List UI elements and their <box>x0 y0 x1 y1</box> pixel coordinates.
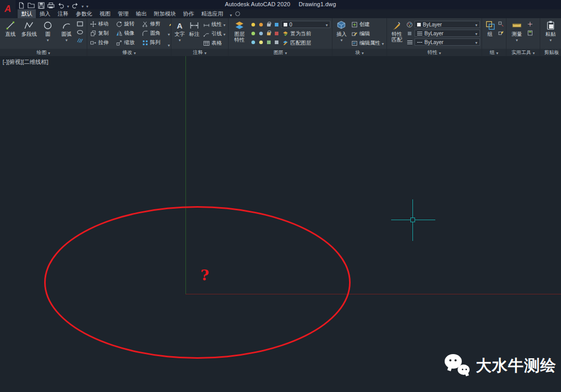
tab-insert[interactable]: 插入 <box>36 9 54 18</box>
insert-block-button[interactable]: 插入 <box>334 19 349 49</box>
measure-button[interactable]: 测量 <box>508 19 526 49</box>
trim-button[interactable]: 修剪 <box>141 19 167 29</box>
undo-dropdown-caret-icon[interactable] <box>67 1 69 10</box>
erase-pen-icon[interactable] <box>168 20 171 27</box>
autocad-logo-icon[interactable]: A <box>0 0 16 18</box>
layers-panel-label[interactable]: 图层 <box>229 49 332 56</box>
layer-off-bulb-icon[interactable] <box>250 21 257 28</box>
linear-dim-button[interactable]: 线性 <box>202 20 226 29</box>
copy-button[interactable]: 复制 <box>89 29 115 38</box>
redo-button[interactable] <box>72 2 79 9</box>
rotate-icon <box>116 21 123 28</box>
layer-lock-icon[interactable] <box>265 21 272 28</box>
save-button[interactable] <box>37 2 45 9</box>
ellipse-tool-icon[interactable] <box>76 29 83 35</box>
drawing-area[interactable]: [-][俯视][二维线框] ? 大水牛测绘 <box>0 56 561 392</box>
transparency-icon[interactable] <box>406 30 413 37</box>
dimension-button[interactable]: 标注 <box>188 19 201 49</box>
viewport-controls[interactable]: [-][俯视][二维线框] <box>3 58 48 66</box>
layer-unlock-icon[interactable] <box>265 30 272 37</box>
redo-dropdown-caret-icon[interactable] <box>82 1 84 10</box>
tab-addins[interactable]: 附加模块 <box>151 9 180 18</box>
group-edit-icon[interactable] <box>498 30 504 36</box>
modify-extra-caret-icon[interactable] <box>168 29 171 38</box>
tab-parametric[interactable]: 参数化 <box>72 9 96 18</box>
rotate-button[interactable]: 旋转 <box>115 19 141 29</box>
polyline-button[interactable]: 多段线 <box>20 19 38 49</box>
tab-collaborate[interactable]: 协作 <box>180 9 198 18</box>
edit-attributes-caret-icon <box>382 40 384 46</box>
layer-merge-icon[interactable] <box>265 39 272 46</box>
scale-button[interactable]: 缩放 <box>115 38 141 47</box>
fillet-button[interactable]: 圆角 <box>141 29 167 38</box>
new-file-button[interactable] <box>18 2 25 9</box>
scale-icon <box>116 39 123 46</box>
groups-panel-label[interactable]: 组 <box>482 49 506 56</box>
stretch-button[interactable]: 拉伸 <box>89 38 115 47</box>
tab-featured-apps[interactable]: 精选应用 <box>198 9 227 18</box>
hatch-tool-icon[interactable] <box>76 37 83 44</box>
leader-button[interactable]: 引线 <box>202 29 226 38</box>
layer-dropdown[interactable]: 0 <box>281 21 330 28</box>
layer-delete-icon[interactable] <box>273 39 280 46</box>
layer-isolate-icon[interactable] <box>250 30 257 37</box>
annotation-panel-label[interactable]: 注释 <box>171 49 228 56</box>
new-file-icon <box>18 2 24 9</box>
group-button[interactable]: 组 <box>484 19 497 49</box>
match-properties-button[interactable]: 特性匹配 <box>389 19 405 49</box>
layer-color-swatch-icon[interactable] <box>273 21 280 28</box>
linetype-dropdown[interactable]: ByLayer <box>415 38 480 46</box>
edit-block-button[interactable]: 编辑 <box>350 29 385 38</box>
qat-customize-caret-icon[interactable] <box>86 1 88 10</box>
tab-manage[interactable]: 管理 <box>114 9 132 18</box>
paste-button[interactable]: 粘贴 <box>542 19 559 49</box>
undo-button[interactable] <box>57 2 64 9</box>
block-panel-label[interactable]: 块 <box>332 49 386 56</box>
layer-unisolate-icon[interactable] <box>258 30 264 37</box>
utilities-panel-label[interactable]: 实用工具 <box>506 49 540 56</box>
quick-calc-icon[interactable] <box>527 30 533 36</box>
tab-annotate[interactable]: 注释 <box>54 9 72 18</box>
array-button[interactable]: 阵列 <box>141 38 167 47</box>
circle-button[interactable]: 圆 <box>39 19 57 49</box>
move-button[interactable]: 移动 <box>89 19 115 29</box>
tab-output[interactable]: 输出 <box>132 9 151 18</box>
plot-button[interactable] <box>47 2 55 9</box>
match-layer-button[interactable]: 匹配图层 <box>281 39 330 47</box>
modify-extra2-caret-icon[interactable] <box>168 39 171 49</box>
printer-icon <box>47 2 55 9</box>
arc-button[interactable]: 圆弧 <box>58 19 75 49</box>
dimension-icon <box>189 20 199 31</box>
line-button[interactable]: 直线 <box>2 19 19 49</box>
layer-on-icon[interactable] <box>258 39 264 46</box>
mirror-button[interactable]: 镜像 <box>115 29 141 38</box>
lineweight-dropdown[interactable]: ByLayer <box>415 30 480 37</box>
open-file-button[interactable] <box>28 2 35 9</box>
modify-panel-label[interactable]: 修改 <box>87 49 171 56</box>
tab-view[interactable]: 视图 <box>96 9 114 18</box>
text-dropdown-caret-icon <box>179 37 181 43</box>
clipboard-panel-label[interactable]: 剪贴板 <box>540 49 561 56</box>
list-icon[interactable] <box>406 39 413 46</box>
ribbon-collapse-caret-icon[interactable] <box>230 9 232 19</box>
red-ellipse-entity[interactable] <box>44 206 351 359</box>
make-current-button[interactable]: 置为当前 <box>281 30 330 37</box>
layer-thaw-icon[interactable] <box>250 39 257 46</box>
create-block-button[interactable]: 创建 <box>350 20 385 29</box>
ungroup-icon[interactable] <box>498 21 504 28</box>
object-color-dropdown[interactable]: ByLayer <box>415 21 480 28</box>
rectangle-tool-icon[interactable] <box>76 20 83 27</box>
ribbon-options-icon[interactable] <box>235 11 240 16</box>
palette-icon[interactable] <box>406 21 413 28</box>
edit-attributes-button[interactable]: 编辑属性 <box>350 38 385 48</box>
layer-walk-icon[interactable] <box>273 30 280 37</box>
fillet-icon <box>142 30 149 37</box>
draw-panel-label[interactable]: 绘图 <box>0 49 87 56</box>
properties-panel-label[interactable]: 特性 <box>387 49 482 56</box>
layer-freeze-sun-icon[interactable] <box>258 21 264 28</box>
id-point-icon[interactable] <box>527 21 533 28</box>
layer-properties-button[interactable]: 图层特性 <box>230 19 249 49</box>
text-button[interactable]: A 文字 <box>173 19 186 49</box>
tab-default[interactable]: 默认 <box>18 9 36 18</box>
table-button[interactable]: 表格 <box>202 38 226 48</box>
